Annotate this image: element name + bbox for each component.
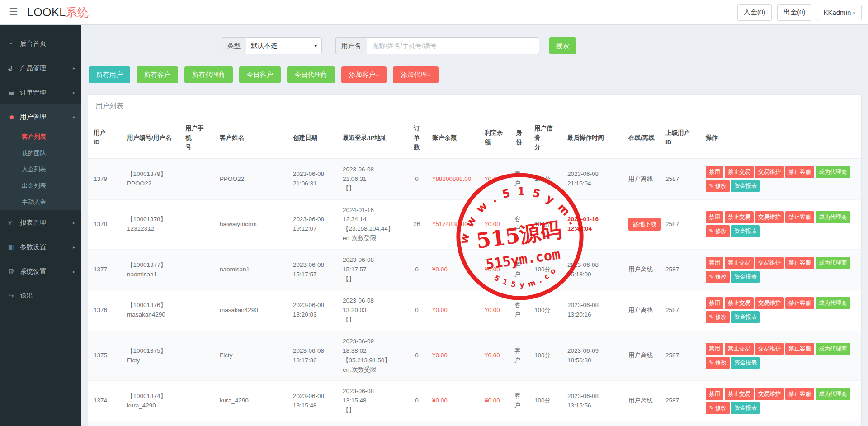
action-交易维护-button[interactable]: 交易维护 [755, 166, 784, 178]
sidebar-item-reports[interactable]: ¥报表管理▸ [0, 210, 81, 235]
action-禁止交易-button[interactable]: 禁止交易 [725, 257, 754, 269]
action-禁止交易-button[interactable]: 禁止交易 [725, 211, 754, 223]
action-修改-button[interactable]: ✎ 修改 [706, 402, 730, 414]
action-禁用-button[interactable]: 禁用 [706, 166, 723, 178]
action-交易维护-button[interactable]: 交易维护 [755, 388, 784, 400]
action-交易维护-button[interactable]: 交易维护 [755, 343, 784, 355]
action-成为代理商-button[interactable]: 成为代理商 [816, 166, 850, 178]
type-select[interactable]: 默认不选▾ [246, 37, 322, 54]
cell-last-login: 2023-06-0813:06:24【】 [337, 421, 407, 426]
cell-parent-id: 2587 [660, 250, 700, 290]
login-line: err:次数受限 [343, 365, 401, 375]
sidebar-item-dashboard[interactable]: ◔后台首页 [0, 31, 81, 56]
column-header: 账户余额 [427, 118, 479, 159]
action-交易维护-button[interactable]: 交易维护 [755, 297, 784, 309]
action-禁止客服-button[interactable]: 禁止客服 [785, 211, 814, 223]
cell-last-operation: 2024-01-1612:41:04 [562, 199, 623, 250]
sidebar-subitem[interactable]: 客户列表 [0, 129, 81, 145]
action-成为代理商-button[interactable]: 成为代理商 [816, 211, 850, 223]
sidebar-subitem[interactable]: 我的团队 [0, 145, 81, 161]
sidebar-subitem[interactable]: 入金列表 [0, 161, 81, 178]
quick-filter-button[interactable]: 添加代理+ [393, 66, 438, 83]
cell-order-count: 0 [407, 331, 427, 381]
action-禁用-button[interactable]: 禁用 [706, 388, 723, 400]
last-op-line: 2023-06-08 [567, 260, 618, 270]
action-成为代理商-button[interactable]: 成为代理商 [816, 388, 850, 400]
column-header: 客户姓名 [214, 118, 288, 159]
login-line: 13:20:03 [343, 306, 401, 315]
sidebar-item-users[interactable]: ☻用户管理▸ [0, 104, 81, 129]
deposit-button[interactable]: 入金(0) [737, 4, 772, 21]
action-禁止客服-button[interactable]: 禁止客服 [785, 166, 814, 178]
action-禁止客服-button[interactable]: 禁止客服 [785, 388, 814, 400]
quick-filter-button[interactable]: 所有代理商 [184, 66, 233, 83]
user-name-text: PPOO22 [127, 179, 175, 189]
action-禁止交易-button[interactable]: 禁止交易 [725, 166, 754, 178]
dashboard-icon: ◔ [8, 40, 20, 47]
menu-toggle-icon[interactable]: ☰ [6, 6, 24, 18]
action-资金报表-button[interactable]: 资金报表 [731, 311, 760, 323]
withdraw-button[interactable]: 出金(0) [777, 4, 811, 21]
sidebar-group-users: ☻用户管理▸客户列表我的团队入金列表出金列表手动入金 [0, 104, 81, 210]
main-content: 类型 默认不选▾ 用户名 搜索 所有用户所有客户所有代理商今日客户今日代理商添加… [81, 25, 868, 426]
cell-identity: 客户 [509, 331, 529, 381]
sidebar-item-products[interactable]: Ƀ产品管理▸ [0, 56, 81, 80]
action-成为代理商-button[interactable]: 成为代理商 [816, 257, 850, 269]
signout-icon: ↪ [8, 292, 20, 300]
action-成为代理商-button[interactable]: 成为代理商 [816, 343, 850, 355]
action-禁止交易-button[interactable]: 禁止交易 [725, 388, 754, 400]
app-logo[interactable]: LOOKL系统 [27, 5, 89, 20]
quick-filter-button[interactable]: 所有用户 [89, 66, 130, 83]
action-禁止交易-button[interactable]: 禁止交易 [725, 297, 754, 309]
sidebar-item-label: 系统设置 [20, 267, 46, 276]
quick-filter-button[interactable]: 今日客户 [239, 66, 281, 83]
action-line-2: ✎ 修改资金报表 [706, 179, 856, 193]
cell-actions: 禁用禁止交易交易维护禁止客服成为代理商✎ 修改资金报表 [700, 421, 861, 426]
column-header: 上级用户ID [660, 118, 700, 159]
header-line: 客户姓名 [220, 133, 282, 143]
action-禁止客服-button[interactable]: 禁止客服 [785, 343, 814, 355]
action-交易维护-button[interactable]: 交易维护 [755, 211, 784, 223]
sidebar-subitem[interactable]: 出金列表 [0, 178, 81, 194]
action-修改-button[interactable]: ✎ 修改 [706, 271, 730, 283]
cell-order-count: 0 [407, 421, 427, 426]
quick-filter-button[interactable]: 所有客户 [137, 66, 178, 83]
user-code: 【10001374】 [127, 392, 175, 401]
action-禁用-button[interactable]: 禁用 [706, 297, 723, 309]
cell-credit-score: 100分 [529, 250, 562, 290]
user-menu-button[interactable]: KKadmin ▾ [817, 5, 862, 20]
kick-offline-button[interactable]: 踢他下线 [628, 218, 661, 231]
created-line: 13:15:48 [293, 401, 332, 411]
action-交易维护-button[interactable]: 交易维护 [755, 257, 784, 269]
username-input[interactable] [367, 37, 539, 54]
action-禁止交易-button[interactable]: 禁止交易 [725, 343, 754, 355]
action-禁用-button[interactable]: 禁用 [706, 257, 723, 269]
header-line: 额 [485, 138, 504, 147]
action-禁止客服-button[interactable]: 禁止客服 [785, 297, 814, 309]
sidebar-subitem[interactable]: 手动入金 [0, 194, 81, 210]
action-修改-button[interactable]: ✎ 修改 [706, 311, 730, 323]
action-资金报表-button[interactable]: 资金报表 [731, 180, 760, 192]
action-修改-button[interactable]: ✎ 修改 [706, 357, 730, 369]
action-修改-button[interactable]: ✎ 修改 [706, 225, 730, 237]
action-资金报表-button[interactable]: 资金报表 [731, 402, 760, 414]
action-资金报表-button[interactable]: 资金报表 [731, 271, 760, 283]
action-成为代理商-button[interactable]: 成为代理商 [816, 297, 850, 309]
login-line: 2023-06-08 [343, 165, 401, 175]
sidebar-item-orders[interactable]: ▤订单管理▸ [0, 80, 81, 104]
sidebar-item-system[interactable]: ⚙系统设置▸ [0, 259, 81, 284]
action-禁止客服-button[interactable]: 禁止客服 [785, 257, 814, 269]
sidebar-item-logout[interactable]: ↪退出 [0, 284, 81, 308]
quick-filter-button[interactable]: 今日代理商 [287, 66, 335, 83]
cell-order-count: 0 [407, 159, 427, 199]
offline-text: 用户离线 [628, 352, 653, 359]
quick-filter-button[interactable]: 添加客户+ [341, 66, 387, 83]
action-禁用-button[interactable]: 禁用 [706, 343, 723, 355]
action-禁用-button[interactable]: 禁用 [706, 211, 723, 223]
action-资金报表-button[interactable]: 资金报表 [731, 225, 760, 237]
action-修改-button[interactable]: ✎ 修改 [706, 180, 730, 192]
sidebar-item-params[interactable]: ▥参数设置▸ [0, 235, 81, 259]
search-button[interactable]: 搜索 [549, 37, 576, 54]
action-资金报表-button[interactable]: 资金报表 [731, 357, 760, 369]
cell-online-status: 用户离线 [623, 381, 660, 421]
